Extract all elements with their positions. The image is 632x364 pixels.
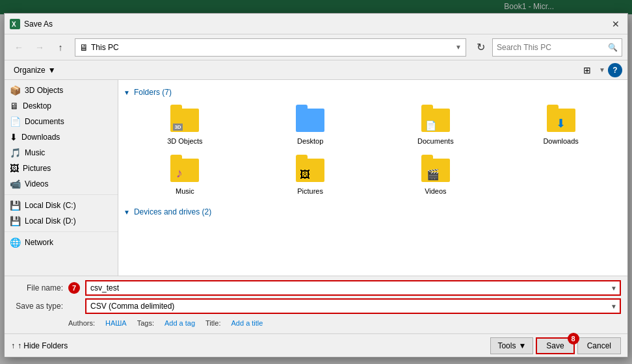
folder-3d-objects-name: 3D Objects (167, 137, 202, 146)
authors-value[interactable]: НАША (105, 319, 127, 327)
title-label: Title: (205, 319, 220, 327)
help-button[interactable]: ? (608, 63, 622, 77)
sidebar-item-pictures[interactable]: 🖼 Pictures (5, 161, 118, 176)
add-tag-link[interactable]: Add a tag (165, 319, 195, 327)
tools-button[interactable]: Tools ▼ (490, 337, 533, 354)
save-as-dialog: X Save As ✕ ← → ↑ 🖥 This PC ▼ ↻ 🔍 (4, 13, 628, 358)
forward-button[interactable]: → (31, 38, 49, 57)
refresh-button[interactable]: ↻ (471, 38, 490, 57)
sidebar-item-music[interactable]: 🎵 Music (5, 145, 118, 161)
navigation-bar: ← → ↑ 🖥 This PC ▼ ↻ 🔍 (5, 34, 627, 60)
folder-3d-objects[interactable]: 3D 3D Objects (124, 102, 246, 150)
search-box[interactable]: 🔍 (492, 38, 622, 57)
up-button[interactable]: ↑ (51, 38, 70, 57)
folder-downloads[interactable]: ⬇ Downloads (499, 102, 622, 150)
folder-music-name: Music (176, 187, 194, 196)
folder-desktop[interactable]: Desktop (249, 102, 372, 150)
folder-pictures[interactable]: 🖼 Pictures (249, 152, 372, 200)
hide-folders-label: ↑ Hide Folders (18, 341, 68, 350)
filename-input-wrapper: ▼ (85, 280, 621, 296)
tools-arrow: ▼ (518, 341, 526, 350)
sidebar-item-downloads[interactable]: ⬇ Downloads (5, 129, 118, 145)
close-button[interactable]: ✕ (609, 18, 622, 31)
sidebar-item-local-disk-d[interactable]: 💾 Local Disk (D:) (5, 213, 118, 229)
documents-icon: 📄 (10, 116, 21, 127)
excel-icon: X (10, 19, 20, 29)
dialog-titlebar: X Save As ✕ (5, 14, 627, 34)
folder-desktop-icon (296, 106, 324, 135)
organize-button[interactable]: Organize ▼ (10, 62, 60, 78)
filetype-select[interactable]: CSV (Comma delimited) Excel Workbook (*.… (85, 298, 621, 314)
tags-label: Tags: (137, 319, 154, 327)
devices-section-header[interactable]: ▼ Devices and drives (2) (124, 205, 622, 219)
sidebar-label-network: Network (25, 238, 53, 247)
add-title-link[interactable]: Add a title (231, 319, 263, 327)
metadata-row: Authors: НАША Tags: Add a tag Title: Add… (68, 317, 621, 330)
tools-label: Tools (497, 341, 516, 350)
filename-label: File name: (11, 283, 63, 292)
toolbar-right: ⊞ ▼ ? (578, 62, 622, 78)
folders-grid: 3D 3D Objects Desktop (124, 99, 622, 205)
sidebar-item-desktop[interactable]: 🖥 Desktop (5, 98, 118, 114)
sidebar-label-3d-objects: 3D Objects (25, 86, 63, 95)
filetype-label: Save as type: (11, 302, 63, 311)
folder-videos-name: Videos (425, 187, 446, 196)
svg-text:X: X (12, 21, 16, 28)
save-label: Save (546, 341, 564, 350)
sidebar-item-3d-objects[interactable]: 📦 3D Objects (5, 83, 118, 98)
filename-badge: 7 (68, 282, 80, 294)
folder-music[interactable]: ♪ Music (124, 152, 246, 200)
folder-documents-name: Documents (417, 137, 454, 146)
sidebar-item-network[interactable]: 🌐 Network (5, 235, 118, 250)
address-dropdown-button[interactable]: ▼ (455, 44, 462, 51)
hide-folders-chevron: ↑ (11, 341, 15, 350)
folder-downloads-name: Downloads (543, 137, 578, 146)
back-button[interactable]: ← (10, 38, 28, 57)
videos-icon: 📹 (10, 179, 21, 189)
organize-label: Organize (14, 66, 46, 75)
folder-pictures-name: Pictures (297, 187, 323, 196)
sidebar-item-videos[interactable]: 📹 Videos (5, 176, 118, 192)
pictures-icon: 🖼 (10, 163, 19, 174)
videos-film: 🎬 (427, 168, 440, 181)
folder-videos[interactable]: 🎬 Videos (375, 152, 497, 200)
local-disk-c-icon: 💾 (10, 200, 21, 211)
authors-label: Authors: (68, 319, 95, 327)
hide-folders-button[interactable]: ↑ ↑ Hide Folders (11, 341, 68, 350)
sidebar-label-local-disk-c: Local Disk (C:) (25, 201, 76, 210)
pictures-img: 🖼 (300, 169, 310, 181)
folder-pictures-icon: 🖼 (296, 156, 324, 185)
sidebar-label-pictures: Pictures (23, 164, 51, 173)
view-button[interactable]: ⊞ (578, 62, 596, 78)
sidebar-label-documents: Documents (25, 117, 64, 126)
sidebar-item-documents[interactable]: 📄 Documents (5, 114, 118, 129)
devices-chevron: ▼ (124, 209, 130, 216)
file-area: ▼ Folders (7) 3D 3D Objects (118, 80, 627, 276)
folder-videos-icon: 🎬 (421, 156, 450, 185)
search-input[interactable] (497, 43, 605, 52)
cancel-button[interactable]: Cancel (577, 337, 621, 354)
folder-documents[interactable]: 📄 Documents (375, 102, 497, 150)
sidebar-item-local-disk-c[interactable]: 💾 Local Disk (C:) (5, 198, 118, 213)
folder-music-icon: ♪ (170, 156, 199, 185)
folder-3d-objects-icon: 3D (170, 106, 199, 135)
folder-downloads-icon: ⬇ (547, 106, 575, 135)
folders-section-header[interactable]: ▼ Folders (7) (124, 85, 622, 99)
filename-input[interactable] (85, 280, 621, 296)
toolbar: Organize ▼ ⊞ ▼ ? (5, 60, 627, 80)
network-icon: 🌐 (10, 237, 21, 248)
this-pc-icon: 🖥 (79, 42, 88, 53)
sidebar-label-videos: Videos (25, 179, 48, 188)
3d-label: 3D (173, 124, 182, 131)
sidebar-separator (5, 194, 118, 195)
organize-chevron: ▼ (48, 66, 56, 75)
address-text: This PC (91, 43, 453, 52)
folder-desktop-name: Desktop (297, 137, 323, 146)
dialog-title: Save As (24, 20, 609, 29)
downloads-icon: ⬇ (10, 132, 18, 142)
save-button[interactable]: Save 8 (536, 337, 574, 354)
search-icon: 🔍 (608, 43, 618, 52)
address-bar[interactable]: 🖥 This PC ▼ (75, 38, 466, 57)
dialog-overlay: X Save As ✕ ← → ↑ 🖥 This PC ▼ ↻ 🔍 (0, 0, 632, 364)
filename-row: File name: 7 ▼ (11, 280, 621, 296)
